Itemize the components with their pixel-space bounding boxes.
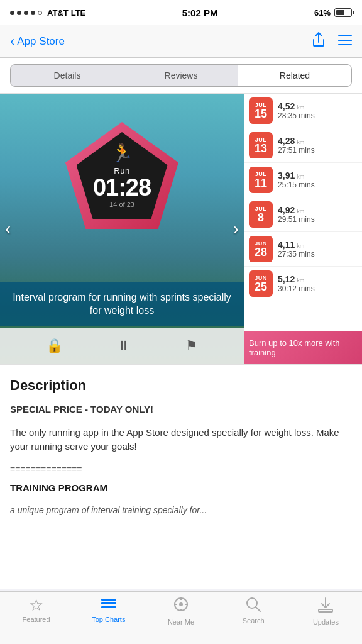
prev-screenshot-button[interactable]: ‹ bbox=[5, 219, 11, 239]
data-km-display: 4,28 km bbox=[278, 136, 357, 146]
tab-updates[interactable]: Updates bbox=[290, 597, 362, 626]
list-icon[interactable] bbox=[338, 33, 352, 50]
battery-percent: 61% bbox=[314, 8, 331, 18]
battery-area: 61% bbox=[314, 8, 352, 18]
data-km-display: 5,12 km bbox=[278, 274, 357, 284]
near-me-label: Near Me bbox=[168, 618, 194, 626]
pause-icon[interactable]: ⏸ bbox=[117, 338, 131, 354]
nav-actions bbox=[312, 31, 352, 52]
signal-dot-3 bbox=[24, 11, 28, 15]
data-time: 27:35 mins bbox=[278, 250, 357, 258]
svg-point-7 bbox=[179, 602, 183, 606]
data-time: 25:15 mins bbox=[278, 180, 357, 189]
svg-rect-14 bbox=[319, 609, 332, 612]
data-row: JUL 13 4,28 km 27:51 mins bbox=[244, 128, 362, 163]
date-day: 25 bbox=[255, 281, 267, 292]
svg-rect-5 bbox=[101, 606, 116, 608]
data-km-display: 4,52 km bbox=[278, 101, 357, 111]
date-day: 13 bbox=[255, 143, 267, 154]
date-badge: JUN 28 bbox=[249, 236, 273, 262]
data-stats: 4,92 km 29:51 mins bbox=[278, 205, 357, 224]
date-badge: JUN 25 bbox=[249, 270, 273, 297]
pentagon-badge: 🏃 Run 01:28 14 of 23 bbox=[65, 122, 178, 229]
description-section: Description SPECIAL PRICE - TODAY ONLY! … bbox=[0, 364, 362, 589]
data-row: JUN 28 4,11 km 27:35 mins bbox=[244, 232, 362, 267]
time-display: 5:02 PM bbox=[182, 8, 218, 18]
top-charts-label: Top Charts bbox=[92, 616, 125, 623]
screenshots-area: ‹ › 🏃 Run 01:28 14 of 23 Interval progra… bbox=[0, 94, 362, 364]
tab-near-me[interactable]: Near Me bbox=[145, 597, 217, 626]
tab-bar: ☆ Featured Top Charts Near Me bbox=[0, 591, 362, 644]
screenshot-controls: 🔒 ⏸ ⚑ bbox=[0, 328, 244, 364]
near-me-icon bbox=[173, 597, 189, 616]
data-stats: 4,11 km 27:35 mins bbox=[278, 240, 357, 258]
date-badge: JUL 15 bbox=[249, 97, 273, 124]
date-day: 8 bbox=[258, 212, 264, 223]
description-body: SPECIAL PRICE - TODAY ONLY! The only run… bbox=[10, 402, 352, 517]
run-time: 01:28 bbox=[93, 175, 151, 199]
run-count: 14 of 23 bbox=[109, 201, 134, 208]
signal-dot-1 bbox=[10, 11, 14, 15]
data-stats: 5,12 km 30:12 mins bbox=[278, 274, 357, 293]
data-km-display: 4,11 km bbox=[278, 240, 357, 250]
training-subtitle: a unique program of interval training sp… bbox=[10, 504, 352, 517]
data-list: JUL 15 4,52 km 28:35 mins JUL 13 4,28 km… bbox=[244, 94, 362, 301]
divider-line: ============== bbox=[10, 463, 352, 476]
date-day: 15 bbox=[255, 108, 267, 119]
search-label: Search bbox=[243, 617, 265, 625]
screenshot-left: ‹ › 🏃 Run 01:28 14 of 23 Interval progra… bbox=[0, 94, 244, 364]
data-row: JUL 8 4,92 km 29:51 mins bbox=[244, 197, 362, 232]
tab-top-charts[interactable]: Top Charts bbox=[72, 597, 145, 623]
back-chevron-icon: ‹ bbox=[10, 35, 14, 48]
back-button[interactable]: ‹ App Store bbox=[10, 35, 65, 48]
pentagon-inner: 🏃 Run 01:28 14 of 23 bbox=[77, 132, 168, 219]
data-time: 27:51 mins bbox=[278, 146, 357, 155]
promo-right-text: Burn up to 10x more with training bbox=[249, 338, 357, 357]
signal-area: AT&T LTE bbox=[10, 8, 85, 18]
back-label: App Store bbox=[17, 35, 65, 48]
date-badge: JUL 13 bbox=[249, 132, 273, 158]
promo-line: SPECIAL PRICE - TODAY ONLY! bbox=[10, 402, 352, 417]
description-title: Description bbox=[10, 377, 352, 394]
navigation-bar: ‹ App Store bbox=[0, 25, 362, 58]
promo-right-banner: Burn up to 10x more with training bbox=[244, 331, 362, 364]
screenshot-overlay: Interval program for running with sprint… bbox=[0, 282, 244, 326]
lock-icon[interactable]: 🔒 bbox=[46, 338, 63, 354]
status-bar: AT&T LTE 5:02 PM 61% bbox=[0, 0, 362, 25]
tab-details[interactable]: Details bbox=[11, 65, 124, 86]
battery-icon bbox=[334, 8, 352, 17]
network-label: LTE bbox=[71, 8, 86, 18]
featured-label: Featured bbox=[23, 616, 50, 623]
screenshot-right: JUL 15 4,52 km 28:35 mins JUL 13 4,28 km… bbox=[244, 94, 362, 364]
data-row: JUL 15 4,52 km 28:35 mins bbox=[244, 94, 362, 128]
data-row: JUN 25 5,12 km 30:12 mins bbox=[244, 267, 362, 301]
data-time: 28:35 mins bbox=[278, 111, 357, 120]
date-badge: JUL 11 bbox=[249, 167, 273, 193]
data-time: 29:51 mins bbox=[278, 215, 357, 224]
share-icon[interactable] bbox=[312, 31, 326, 52]
run-icon: 🏃 bbox=[111, 143, 133, 164]
tab-featured[interactable]: ☆ Featured bbox=[0, 597, 72, 623]
tab-search[interactable]: Search bbox=[217, 597, 290, 625]
data-stats: 3,91 km 25:15 mins bbox=[278, 170, 357, 189]
top-charts-icon bbox=[101, 597, 117, 613]
segmented-control: Details Reviews Related bbox=[0, 58, 362, 94]
overlay-text: Interval program for running with sprint… bbox=[13, 292, 231, 316]
updates-label: Updates bbox=[313, 618, 339, 626]
svg-line-13 bbox=[256, 607, 260, 611]
data-stats: 4,28 km 27:51 mins bbox=[278, 136, 357, 155]
updates-icon bbox=[318, 597, 333, 616]
flag-icon[interactable]: ⚑ bbox=[185, 338, 198, 354]
data-km-display: 4,92 km bbox=[278, 205, 357, 215]
featured-icon: ☆ bbox=[29, 597, 43, 613]
tab-reviews[interactable]: Reviews bbox=[124, 65, 238, 86]
search-icon bbox=[246, 597, 261, 614]
data-stats: 4,52 km 28:35 mins bbox=[278, 101, 357, 120]
badge-container: 🏃 Run 01:28 14 of 23 bbox=[59, 113, 185, 238]
data-row: JUL 11 3,91 km 25:15 mins bbox=[244, 163, 362, 197]
tab-related[interactable]: Related bbox=[238, 65, 351, 86]
segment-tabs: Details Reviews Related bbox=[10, 64, 352, 87]
signal-dot-4 bbox=[31, 11, 35, 15]
next-screenshot-button[interactable]: › bbox=[233, 219, 239, 239]
date-day: 11 bbox=[255, 177, 267, 189]
